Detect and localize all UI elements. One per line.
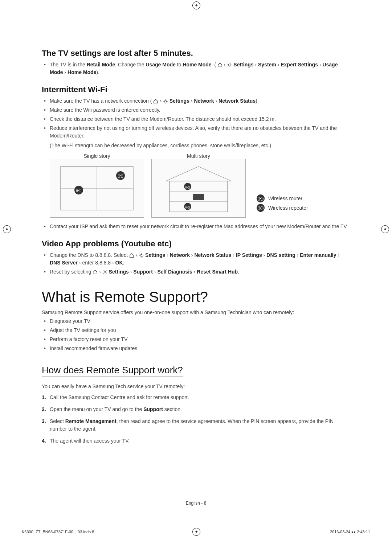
list-item: Contact your ISP and ask them to reset y… bbox=[42, 223, 350, 230]
registration-mark-icon bbox=[381, 225, 389, 233]
heading-how-works: How does Remote Support work? bbox=[42, 365, 183, 377]
svg-marker-9 bbox=[166, 167, 231, 181]
svg-text:((•)): ((•)) bbox=[185, 205, 190, 209]
svg-text:((•)): ((•)) bbox=[118, 174, 123, 178]
page-number: English - 8 bbox=[0, 501, 392, 506]
list-item: Check the distance between the TV and th… bbox=[42, 115, 350, 123]
crop-mark bbox=[30, 0, 30, 11]
svg-point-0 bbox=[229, 64, 230, 66]
crop-mark bbox=[367, 14, 392, 14]
step-item: Select Remote Management, then read and … bbox=[42, 418, 350, 433]
legend-router: ((•)) Wireless router bbox=[257, 194, 308, 202]
home-icon bbox=[153, 99, 158, 104]
list-item: Make sure the Wifi password is entered c… bbox=[42, 106, 350, 114]
heading-remote-support: What is Remote Support? bbox=[42, 289, 350, 305]
crop-mark bbox=[362, 0, 362, 11]
gear-icon bbox=[163, 99, 168, 104]
multi-story-house-icon: ((•)) ((•)) bbox=[151, 159, 246, 218]
list-item: Diagnose your TV bbox=[42, 317, 350, 325]
home-icon bbox=[129, 253, 134, 258]
svg-text:((•)): ((•)) bbox=[185, 185, 190, 189]
list-item: Change the DNS to 8.8.8.8. Select › Sett… bbox=[42, 251, 350, 267]
heading-intermittent-wifi: Intermittent Wi-Fi bbox=[42, 85, 350, 94]
gear-icon bbox=[139, 253, 144, 258]
list-item: The TV is in the Retail Mode. Change the… bbox=[42, 61, 350, 76]
gear-icon bbox=[227, 62, 232, 67]
single-story-floorplan-icon: ((•)) ((•)) bbox=[50, 159, 144, 218]
crop-mark bbox=[367, 519, 392, 519]
heading-lost-settings: The TV settings are lost after 5 minutes… bbox=[42, 49, 350, 58]
home-icon bbox=[93, 270, 98, 275]
svg-text:((•)): ((•)) bbox=[76, 189, 81, 192]
svg-point-18 bbox=[140, 255, 142, 256]
list-item: Reset by selecting › Settings › Support … bbox=[42, 268, 350, 276]
step-item: Open the menu on your TV and go to the S… bbox=[42, 406, 350, 413]
svg-point-1 bbox=[164, 100, 166, 102]
svg-point-19 bbox=[104, 271, 106, 273]
registration-mark-icon bbox=[3, 225, 11, 233]
list-item: Reduce interference by not using or turn… bbox=[42, 124, 350, 149]
step-item: Call the Samsung Contact Centre and ask … bbox=[42, 394, 350, 401]
crop-mark bbox=[0, 14, 25, 14]
home-icon bbox=[217, 62, 222, 67]
list-item: Adjust the TV settings for you bbox=[42, 327, 350, 334]
list-item: Install recommended firmware updates bbox=[42, 345, 350, 352]
step-item: The agent will then access your TV. bbox=[42, 437, 350, 445]
footer-file: K6300_ZT_BN68-07871F-00_L03.indb 8 bbox=[22, 530, 94, 534]
legend-repeater: ((•)) Wireless repeater bbox=[257, 204, 308, 212]
remote-support-intro: Samsung Remote Support service offers yo… bbox=[42, 309, 350, 315]
diagram-label-single: Single story bbox=[50, 153, 144, 159]
list-item: Perform a factory reset on your TV bbox=[42, 336, 350, 343]
diagram-label-multi: Multi story bbox=[151, 153, 246, 159]
crop-mark bbox=[0, 519, 25, 519]
heading-video-app: Video App problems (Youtube etc) bbox=[42, 239, 350, 249]
list-item: Make sure the TV has a network connectio… bbox=[42, 97, 350, 105]
svg-rect-15 bbox=[193, 194, 204, 200]
wifi-diagram-row: Single story ((•)) ((•)) Multi story bbox=[42, 153, 350, 218]
repeater-icon: ((•)) bbox=[257, 204, 265, 212]
how-works-intro: You can easily have a Samsung Tech servi… bbox=[42, 383, 350, 389]
footer-timestamp: 2016-03-24 ￭￭ 2:43:11 bbox=[330, 530, 370, 534]
gear-icon bbox=[102, 270, 107, 275]
router-icon: ((•)) bbox=[257, 194, 265, 202]
